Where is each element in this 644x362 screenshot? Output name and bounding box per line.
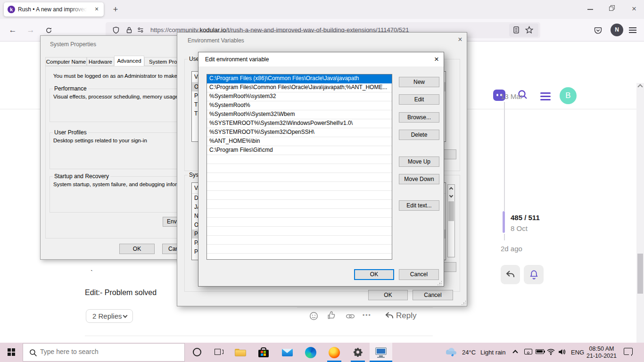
- move-up-button[interactable]: Move Up: [399, 156, 439, 167]
- weather-icon[interactable]: [445, 347, 457, 357]
- ok-button[interactable]: OK: [119, 244, 155, 254]
- page-scrollbar[interactable]: [636, 83, 644, 362]
- topic-menu-icon[interactable]: [540, 90, 551, 102]
- pocket-icon[interactable]: [594, 26, 602, 34]
- cancel-button[interactable]: Cancel: [399, 269, 439, 280]
- env-value-row-empty[interactable]: [207, 236, 392, 245]
- reload-button[interactable]: [42, 24, 55, 36]
- timeline-start-date[interactable]: 13 Mar: [501, 92, 523, 100]
- env-value-row[interactable]: %SYSTEMROOT%\System32\WindowsPowerShell\…: [207, 119, 392, 128]
- tab-close-icon[interactable]: ×: [92, 5, 101, 13]
- env-value-row-empty[interactable]: [207, 227, 392, 236]
- new-button[interactable]: New: [399, 77, 439, 87]
- tab-hardware[interactable]: Hardware: [87, 57, 114, 66]
- env-value-row[interactable]: %SYSTEMROOT%\System32\OpenSSH\: [207, 128, 392, 137]
- new-tab-button[interactable]: +: [109, 4, 122, 15]
- settings-button[interactable]: [347, 343, 369, 362]
- window-minimize-button[interactable]: [583, 3, 597, 15]
- cast-device-icon[interactable]: [524, 349, 532, 354]
- timeline-track-end[interactable]: [504, 234, 505, 240]
- reply-button[interactable]: Reply: [396, 311, 416, 321]
- ok-button[interactable]: OK: [354, 269, 394, 280]
- cancel-button[interactable]: Cancel: [413, 290, 453, 300]
- reply-shortcut-button[interactable]: [501, 265, 520, 284]
- system-list-scrollbar[interactable]: [447, 184, 455, 257]
- env-value-row-empty[interactable]: [207, 164, 392, 173]
- ok-button[interactable]: OK: [368, 290, 408, 300]
- resize-grip[interactable]: [437, 280, 442, 285]
- link-icon[interactable]: [346, 313, 355, 320]
- window-close-button[interactable]: ×: [627, 3, 641, 15]
- env-value-row[interactable]: C:\Program Files\Git\cmd: [207, 146, 392, 155]
- dialog-titlebar[interactable]: Edit environment variable ×: [198, 52, 444, 66]
- browse-button[interactable]: Browse...: [399, 112, 439, 123]
- env-value-row-empty[interactable]: [207, 173, 392, 182]
- firefox-button[interactable]: [323, 343, 345, 362]
- env-value-row-empty[interactable]: [207, 155, 392, 164]
- scrollbar-thumb[interactable]: [637, 254, 643, 294]
- env-value-row-empty[interactable]: [207, 218, 392, 227]
- mail-button[interactable]: [276, 343, 298, 362]
- env-value-list[interactable]: C:\Program Files (x86)\Common Files\Orac…: [206, 74, 392, 260]
- env-value-row-empty[interactable]: [207, 200, 392, 209]
- search-input[interactable]: [40, 348, 172, 355]
- resize-grip[interactable]: [461, 300, 466, 305]
- notification-bell-button[interactable]: [524, 265, 544, 284]
- tab-computer-name[interactable]: Computer Name: [45, 57, 87, 66]
- move-down-button[interactable]: Move Down: [399, 174, 439, 184]
- env-value-row[interactable]: %ANT_HOME%\bin: [207, 137, 392, 146]
- env-value-row-empty[interactable]: [207, 254, 392, 260]
- reader-view-icon[interactable]: [512, 26, 520, 34]
- edit-text-button[interactable]: Edit text...: [399, 200, 439, 211]
- back-button[interactable]: ←: [7, 24, 19, 36]
- taskbar-clock[interactable]: 08:50 AM 21-10-2021: [586, 346, 617, 360]
- scroll-up-button[interactable]: [448, 185, 454, 193]
- language-indicator[interactable]: ENG: [571, 349, 584, 356]
- weather-description[interactable]: Light rain: [480, 349, 505, 356]
- bookmark-star-icon[interactable]: [525, 26, 533, 34]
- start-button[interactable]: [0, 343, 23, 362]
- wifi-icon[interactable]: [547, 348, 555, 355]
- env-value-row[interactable]: %SystemRoot%\System32\Wbem: [207, 110, 392, 119]
- browser-menu-icon[interactable]: [629, 26, 636, 34]
- timeline-thumb[interactable]: [503, 211, 505, 233]
- more-actions-icon[interactable]: •••: [363, 312, 372, 319]
- user-avatar[interactable]: B: [560, 87, 577, 104]
- env-value-row-empty[interactable]: [207, 245, 392, 254]
- edge-button[interactable]: [300, 343, 322, 362]
- timeline-track[interactable]: [504, 102, 505, 211]
- action-center-icon[interactable]: [624, 348, 633, 355]
- env-value-row-empty[interactable]: [207, 182, 392, 191]
- taskbar-search[interactable]: [23, 343, 185, 362]
- env-value-row[interactable]: %SystemRoot%: [207, 101, 392, 110]
- firefox-account-badge[interactable]: N: [611, 24, 623, 36]
- permissions-icon[interactable]: [137, 26, 144, 34]
- tray-expand-icon[interactable]: [512, 350, 518, 355]
- battery-icon[interactable]: [536, 349, 544, 354]
- task-view-button[interactable]: [208, 343, 230, 362]
- edit-button[interactable]: Edit: [399, 94, 439, 105]
- env-value-row[interactable]: C:\Program Files (x86)\Common Files\Orac…: [207, 74, 392, 83]
- reply-icon[interactable]: [385, 312, 394, 320]
- replies-toggle-button[interactable]: 2 Replies: [86, 309, 133, 323]
- scroll-down-button[interactable]: [448, 193, 454, 201]
- browser-tab[interactable]: k Rush • A new and improved wa ×: [4, 2, 104, 16]
- close-icon[interactable]: ×: [454, 35, 466, 46]
- lock-icon[interactable]: [125, 26, 133, 34]
- env-value-row-empty[interactable]: [207, 191, 392, 200]
- tab-advanced[interactable]: Advanced: [114, 56, 144, 66]
- volume-icon[interactable]: [558, 348, 566, 356]
- microsoft-store-button[interactable]: [253, 343, 274, 362]
- delete-button[interactable]: Delete: [399, 130, 439, 140]
- weather-temperature[interactable]: 24°C: [462, 349, 476, 356]
- window-restore-button[interactable]: [604, 3, 619, 15]
- tracking-shield-icon[interactable]: [112, 26, 120, 34]
- scrollbar-thumb[interactable]: [448, 201, 454, 221]
- tab-system-protection[interactable]: System Protec: [144, 57, 182, 66]
- env-value-row[interactable]: %SystemRoot%\system32: [207, 92, 392, 101]
- env-value-row-empty[interactable]: [207, 209, 392, 218]
- emoji-reaction-icon[interactable]: [309, 312, 318, 321]
- file-explorer-button[interactable]: [230, 343, 251, 362]
- like-icon[interactable]: [327, 311, 336, 320]
- env-value-row[interactable]: C:\Program Files\Common Files\Oracle\Jav…: [207, 83, 392, 92]
